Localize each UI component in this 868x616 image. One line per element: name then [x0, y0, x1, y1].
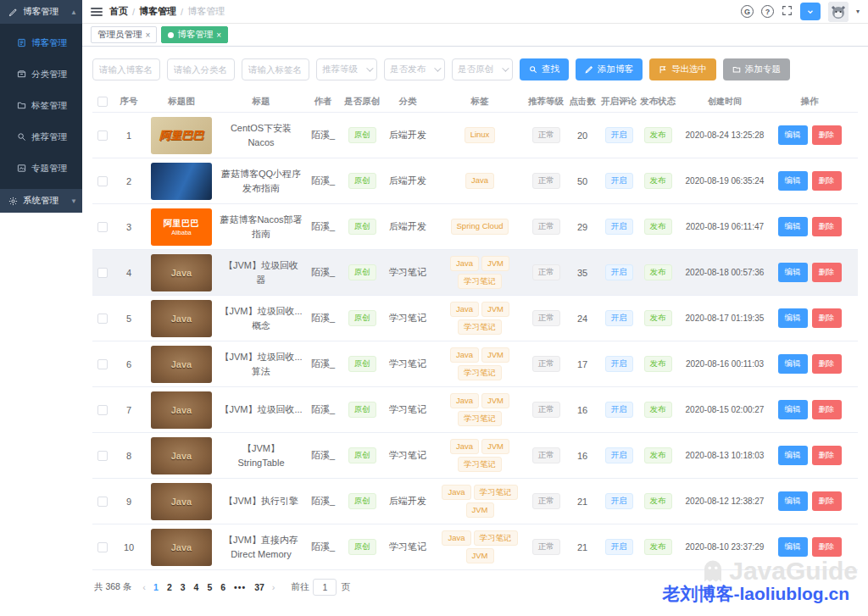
delete-button[interactable]: 删除 — [812, 125, 842, 145]
tag-badge: JVM — [466, 502, 494, 518]
edit-button[interactable]: 编辑 — [778, 263, 808, 282]
avatar-caret-icon[interactable]: ▾ — [856, 8, 860, 15]
delete-button[interactable]: 删除 — [812, 217, 842, 236]
sidebar-group-system-management[interactable]: 系统管理 ▼ — [0, 189, 82, 213]
edit-button[interactable]: 编辑 — [778, 354, 808, 374]
add-blog-button[interactable]: 添加博客 — [576, 58, 643, 80]
sidebar-item-topic-management[interactable]: 专题管理 — [0, 153, 82, 184]
sidebar-item-recommend-management[interactable]: 推荐管理 — [0, 121, 82, 153]
row-checkbox[interactable] — [97, 314, 108, 324]
publish-badge: 发布 — [644, 127, 672, 142]
page-number[interactable]: 37 — [254, 582, 264, 592]
delete-button[interactable]: 删除 — [812, 491, 842, 511]
original-select[interactable]: 是否原创 — [452, 58, 513, 80]
tab-admin-management[interactable]: 管理员管理 × — [91, 26, 157, 43]
fullscreen-icon[interactable] — [782, 5, 793, 18]
level-badge: 正常 — [532, 447, 560, 463]
chevron-down-icon — [806, 8, 815, 16]
next-page-icon[interactable]: › — [270, 582, 278, 592]
row-index: 9 — [113, 497, 145, 507]
row-checkbox[interactable] — [97, 268, 108, 278]
tag-badge: 学习笔记 — [474, 530, 518, 546]
delete-button[interactable]: 删除 — [812, 308, 842, 328]
delete-button[interactable]: 删除 — [812, 354, 842, 374]
row-index: 10 — [113, 542, 145, 552]
row-checkbox[interactable] — [97, 497, 108, 507]
sidebar-group-blog-management[interactable]: 博客管理 ▲ — [0, 0, 82, 24]
page-number[interactable]: 4 — [194, 582, 199, 592]
edit-button[interactable]: 编辑 — [778, 446, 808, 465]
export-selected-button[interactable]: 导出选中 — [649, 58, 716, 80]
tags-cell: Java学习笔记JVM — [433, 485, 526, 519]
row-checkbox[interactable] — [97, 359, 108, 369]
select-placeholder: 推荐等级 — [322, 64, 358, 75]
breadcrumb-home[interactable]: 首页 — [109, 5, 128, 18]
blog-title: CentOS下安装Nacos — [218, 121, 304, 149]
close-icon[interactable]: × — [216, 31, 221, 40]
page-list: 123456•••37 — [153, 582, 264, 592]
search-button[interactable]: 查找 — [520, 58, 569, 80]
page-number[interactable]: 1 — [153, 582, 159, 592]
edit-button[interactable]: 编辑 — [778, 171, 808, 191]
breadcrumb-blog-management[interactable]: 博客管理 — [139, 5, 176, 18]
delete-button[interactable]: 删除 — [812, 446, 842, 465]
row-checkbox[interactable] — [97, 542, 108, 552]
close-icon[interactable]: × — [146, 31, 151, 40]
recommend-level-select[interactable]: 推荐等级 — [316, 58, 377, 80]
level-badge: 正常 — [532, 264, 560, 280]
publish-badge: 发布 — [644, 447, 672, 463]
delete-button[interactable]: 删除 — [812, 537, 842, 557]
sidebar-item-label: 推荐管理 — [31, 131, 67, 143]
blog-name-input[interactable] — [92, 58, 160, 80]
col-header-level: 推荐等级 — [526, 96, 565, 108]
edit-button[interactable]: 编辑 — [778, 400, 808, 419]
tab-blog-management[interactable]: 博客管理 × — [161, 26, 228, 43]
top-navbar: 首页 / 博客管理 / 博客管理 G ? — [82, 0, 868, 24]
author-name: 陌溪_ — [304, 495, 342, 508]
page-number[interactable]: 6 — [220, 582, 225, 592]
delete-button[interactable]: 删除 — [812, 263, 842, 282]
sidebar-item-blog-management[interactable]: 博客管理 — [0, 27, 82, 58]
delete-button[interactable]: 删除 — [812, 400, 842, 419]
original-badge: 原创 — [348, 447, 376, 463]
hamburger-icon[interactable] — [91, 8, 103, 16]
row-checkbox[interactable] — [97, 222, 108, 232]
edit-button[interactable]: 编辑 — [778, 491, 808, 511]
tag-badge: JVM — [481, 393, 509, 408]
add-topic-button[interactable]: 添加专题 — [723, 58, 790, 80]
pen-icon — [8, 8, 18, 17]
page-number[interactable]: 5 — [207, 582, 212, 592]
flag-icon — [659, 65, 667, 74]
comment-badge: 开启 — [605, 219, 633, 234]
row-checkbox[interactable] — [97, 176, 108, 186]
edit-button[interactable]: 编辑 — [778, 217, 808, 236]
select-all-checkbox[interactable] — [97, 97, 108, 107]
prev-page-icon[interactable]: ‹ — [140, 582, 148, 592]
edit-button[interactable]: 编辑 — [778, 125, 808, 145]
goto-page-input[interactable] — [313, 579, 337, 596]
row-checkbox[interactable] — [97, 451, 108, 461]
table-row: 3 阿里巴巴 Alibaba 蘑菇博客Nacos部署指南 陌溪_ 原创 后端开发… — [92, 204, 858, 250]
author-name: 陌溪_ — [304, 266, 342, 279]
category-name-input[interactable] — [167, 58, 235, 80]
blog-icon — [17, 38, 26, 47]
help-icon[interactable]: ? — [761, 5, 774, 18]
sidebar-item-category-management[interactable]: 分类管理 — [0, 58, 82, 90]
delete-button[interactable]: 删除 — [812, 171, 842, 191]
tags-cell: Linux — [433, 127, 526, 142]
row-checkbox[interactable] — [97, 130, 108, 141]
sidebar-item-tag-management[interactable]: 标签管理 — [0, 90, 82, 121]
edit-button[interactable]: 编辑 — [778, 308, 808, 328]
guide-icon[interactable]: G — [741, 5, 754, 18]
publish-status-select[interactable]: 是否发布 — [384, 58, 445, 80]
page-number[interactable]: 2 — [167, 582, 172, 592]
page-number[interactable]: 3 — [181, 582, 186, 592]
tag-name-input[interactable] — [242, 58, 309, 80]
user-avatar[interactable] — [828, 2, 849, 22]
edit-button[interactable]: 编辑 — [778, 537, 808, 557]
tag-icon — [17, 101, 26, 110]
original-badge: 原创 — [348, 264, 376, 280]
row-index: 8 — [113, 451, 145, 461]
header-dropdown-button[interactable] — [800, 3, 821, 20]
row-checkbox[interactable] — [97, 405, 108, 415]
